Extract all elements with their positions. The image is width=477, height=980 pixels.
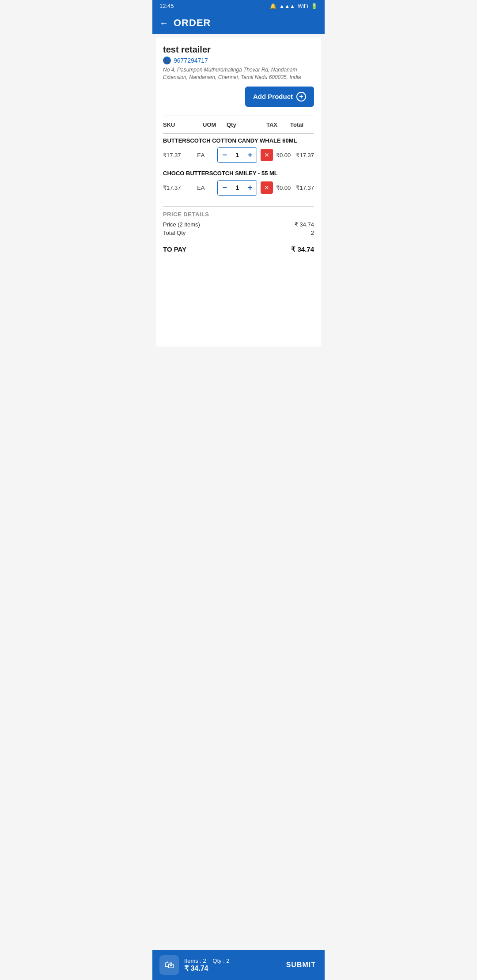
- product-2-name: CHOCO BUTTERSCOTCH SMILEY - 55 ML: [163, 170, 314, 177]
- table-header-divider: [163, 133, 314, 134]
- price-details-title: PRICE DETAILS: [163, 211, 314, 218]
- product-2-total: ₹17.37: [294, 185, 314, 191]
- to-pay-label: TO PAY: [163, 245, 186, 253]
- back-button[interactable]: ←: [159, 18, 168, 28]
- product-2-tax: ₹0.00: [273, 185, 293, 191]
- product-1-qty-wrapper: − 1 + ✕: [217, 147, 273, 163]
- product-1-qty-increase[interactable]: +: [243, 148, 257, 162]
- wifi-icon: WiFi: [298, 3, 308, 9]
- retailer-phone-row: 📞 9677294717: [163, 57, 314, 64]
- product-1-name: BUTTERSCOTCH COTTON CANDY WHALE 60ML: [163, 137, 314, 144]
- product-2-qty-decrease[interactable]: −: [218, 181, 231, 195]
- price-items-value: ₹ 34.74: [295, 221, 314, 228]
- to-pay-row: TO PAY ₹ 34.74: [163, 244, 314, 255]
- add-product-row: Add Product +: [163, 87, 314, 112]
- table-top-divider: [163, 116, 314, 116]
- header-uom: UOM: [203, 121, 227, 128]
- main-content: test retailer 📞 9677294717 No 4, Pasumpo…: [156, 38, 321, 347]
- product-1-row: ₹17.37 EA − 1 + ✕ ₹0.00 ₹17.37: [163, 146, 314, 166]
- header-tax: TAX: [266, 121, 290, 128]
- product-1-rate: ₹17.37: [163, 152, 197, 158]
- to-pay-divider: [163, 240, 314, 240]
- retailer-name: test retailer: [163, 45, 314, 55]
- product-1-qty-decrease[interactable]: −: [218, 148, 231, 162]
- top-nav-bar: ← ORDER: [152, 12, 325, 34]
- product-2-qty-wrapper: − 1 + ✕: [217, 180, 273, 196]
- product-1-delete-button[interactable]: ✕: [261, 149, 273, 161]
- status-bar: 12:45 🔔 ▲▲▲ WiFi 🔋: [152, 0, 325, 12]
- price-details-section: PRICE DETAILS Price (2 items) ₹ 34.74 To…: [163, 206, 314, 258]
- status-icons: 🔔 ▲▲▲ WiFi 🔋: [270, 3, 318, 9]
- page-title: ORDER: [174, 17, 211, 29]
- product-2-row: ₹17.37 EA − 1 + ✕ ₹0.00 ₹17.37: [163, 178, 314, 199]
- retailer-phone-number[interactable]: 9677294717: [174, 57, 208, 64]
- to-pay-value: ₹ 34.74: [291, 245, 314, 253]
- phone-icon: 📞: [163, 57, 171, 64]
- product-2-qty-value: 1: [231, 184, 243, 191]
- header-total: Total: [290, 121, 314, 128]
- price-items-row: Price (2 items) ₹ 34.74: [163, 221, 314, 228]
- product-2-rate: ₹17.37: [163, 185, 197, 191]
- add-product-plus-icon: +: [296, 92, 306, 102]
- table-header: SKU UOM Qty TAX Total: [163, 120, 314, 130]
- signal-icon: ▲▲▲: [279, 3, 295, 9]
- product-1-qty-value: 1: [231, 151, 243, 158]
- product-2-qty-control: − 1 +: [217, 180, 257, 196]
- total-qty-value: 2: [311, 230, 314, 236]
- price-items-label: Price (2 items): [163, 221, 200, 228]
- to-pay-bottom-divider: [163, 258, 314, 258]
- product-1-qty-control: − 1 +: [217, 147, 257, 163]
- product-2-delete-button[interactable]: ✕: [261, 181, 273, 194]
- product-2-qty-increase[interactable]: +: [243, 181, 257, 195]
- product-1-total: ₹17.37: [294, 152, 314, 158]
- add-product-label: Add Product: [253, 93, 293, 100]
- header-qty: Qty: [227, 121, 266, 128]
- status-time: 12:45: [159, 3, 174, 9]
- header-sku: SKU: [163, 121, 203, 128]
- product-2-uom: EA: [197, 185, 217, 191]
- total-qty-label: Total Qty: [163, 230, 186, 236]
- product-1-tax: ₹0.00: [273, 152, 293, 158]
- product-1-uom: EA: [197, 152, 217, 158]
- add-product-button[interactable]: Add Product +: [245, 87, 314, 107]
- battery-icon: 🔋: [311, 3, 318, 9]
- total-qty-row: Total Qty 2: [163, 230, 314, 236]
- retailer-address: No 4, Pasumpon Muthuramalinga Thevar Rd,…: [163, 66, 314, 81]
- notification-icon: 🔔: [270, 3, 276, 9]
